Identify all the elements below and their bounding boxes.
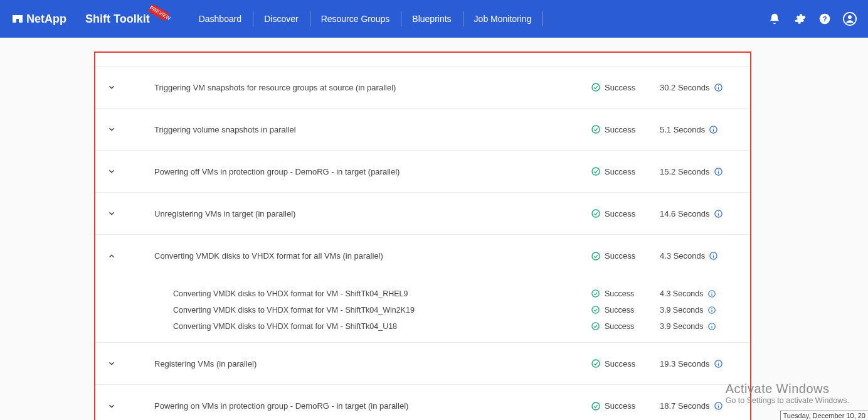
check-circle-icon	[591, 82, 601, 92]
duration-text: 4.3 Seconds	[660, 289, 704, 298]
table-row[interactable]: Triggering volume snapshots in parallel …	[95, 109, 750, 151]
status-text: Success	[605, 322, 634, 331]
substep-label: Converting VMDK disks to VHDX format for…	[118, 322, 591, 331]
primary-nav: Dashboard Discover Resource Groups Bluep…	[188, 0, 543, 38]
nav-resource-groups[interactable]: Resource Groups	[310, 0, 401, 38]
company-name: NetApp	[26, 13, 66, 26]
system-clock-tooltip: Tuesday, December 10, 20	[780, 411, 868, 420]
chevron-down-icon[interactable]	[105, 359, 118, 368]
nav-label: Dashboard	[199, 14, 242, 24]
app-title: Shift Toolkit	[85, 13, 150, 26]
info-icon[interactable]	[714, 209, 723, 218]
svg-point-22	[717, 212, 718, 212]
svg-point-19	[592, 210, 600, 217]
info-icon[interactable]	[714, 359, 723, 369]
step-duration: 30.2 Seconds	[660, 83, 741, 92]
table-row[interactable]: Registering VMs (in parallel) Success 19…	[95, 343, 750, 385]
nav-dashboard[interactable]: Dashboard	[188, 0, 253, 38]
step-status: Success	[591, 124, 660, 134]
help-icon[interactable]: ?	[818, 12, 832, 26]
info-icon[interactable]	[707, 322, 717, 331]
preview-badge: PREVIEW	[147, 4, 169, 21]
chevron-down-icon[interactable]	[105, 209, 118, 218]
chevron-down-icon[interactable]	[105, 83, 118, 92]
status-text: Success	[605, 401, 635, 411]
top-right-icons: ?	[768, 12, 857, 26]
check-circle-icon	[591, 401, 601, 411]
step-status: Success	[591, 82, 660, 92]
check-circle-icon	[591, 251, 601, 261]
step-status: Success	[591, 358, 660, 369]
nav-label: Job Monitoring	[474, 14, 532, 24]
substep-status: Success	[591, 305, 660, 315]
check-circle-icon	[591, 321, 601, 331]
table-row[interactable]: Powering off VMs in protection group - D…	[95, 151, 750, 193]
info-icon[interactable]	[707, 306, 717, 315]
svg-point-23	[592, 252, 600, 260]
status-text: Success	[605, 167, 635, 176]
step-status: Success	[591, 251, 660, 261]
info-icon[interactable]	[709, 125, 718, 134]
nav-label: Resource Groups	[321, 14, 390, 24]
svg-point-43	[592, 402, 600, 410]
check-circle-icon	[591, 358, 601, 369]
chevron-down-icon[interactable]	[105, 402, 118, 411]
status-text: Success	[605, 359, 635, 369]
duration-text: 15.2 Seconds	[660, 167, 710, 176]
content-area: Triggering VM snapshots for resource gro…	[0, 38, 868, 420]
svg-point-35	[592, 323, 599, 330]
table-row[interactable]: Unregistering VMs in target (in parallel…	[95, 193, 750, 235]
job-steps-panel: Triggering VM snapshots for resource gro…	[94, 51, 751, 420]
table-row[interactable]: Converting VMDK disks to VHDX format for…	[95, 235, 750, 277]
nav-blueprints[interactable]: Blueprints	[401, 0, 462, 38]
chevron-down-icon[interactable]	[105, 167, 118, 176]
chevron-up-icon[interactable]	[105, 252, 118, 261]
svg-point-42	[717, 362, 718, 362]
svg-point-34	[711, 308, 712, 308]
bell-icon[interactable]	[768, 12, 781, 26]
step-status: Success	[591, 208, 660, 218]
step-label: Triggering volume snapshots in parallel	[118, 125, 591, 134]
svg-point-31	[592, 306, 599, 313]
table-row	[95, 53, 750, 67]
substep-label: Converting VMDK disks to VHDX format for…	[118, 306, 591, 315]
svg-point-7	[592, 83, 600, 91]
step-label: Powering on VMs in protection group - De…	[118, 401, 591, 411]
info-icon[interactable]	[714, 401, 723, 411]
info-icon[interactable]	[714, 83, 723, 92]
svg-rect-2	[16, 15, 19, 19]
duration-text: 19.3 Seconds	[660, 359, 710, 369]
step-duration: 15.2 Seconds	[660, 167, 741, 176]
nav-discover[interactable]: Discover	[253, 0, 309, 38]
nav-job-monitoring[interactable]: Job Monitoring	[463, 0, 543, 38]
table-row[interactable]: Triggering VM snapshots for resource gro…	[95, 67, 750, 109]
sub-step-group: Converting VMDK disks to VHDX format for…	[95, 277, 750, 343]
svg-point-39	[592, 360, 600, 367]
duration-text: 18.7 Seconds	[660, 401, 710, 411]
table-row: Converting VMDK disks to VHDX format for…	[95, 318, 750, 335]
svg-text:?: ?	[822, 14, 827, 23]
svg-point-27	[592, 290, 599, 297]
duration-text: 3.9 Seconds	[660, 306, 704, 315]
svg-point-46	[717, 404, 718, 404]
svg-rect-1	[19, 15, 23, 23]
chevron-down-icon[interactable]	[105, 125, 118, 134]
svg-point-14	[713, 127, 714, 128]
step-label: Triggering VM snapshots for resource gro…	[118, 83, 591, 92]
step-duration: 18.7 Seconds	[660, 401, 741, 411]
check-circle-icon	[591, 166, 601, 176]
gear-icon[interactable]	[793, 12, 807, 26]
step-label: Unregistering VMs in target (in parallel…	[118, 209, 591, 218]
info-icon[interactable]	[714, 167, 723, 176]
nav-label: Discover	[264, 14, 298, 24]
svg-point-18	[717, 170, 718, 170]
svg-point-11	[592, 126, 600, 133]
info-icon[interactable]	[709, 251, 718, 261]
check-circle-icon	[591, 305, 601, 315]
check-circle-icon	[591, 289, 601, 299]
svg-point-10	[717, 85, 718, 86]
table-row[interactable]: Powering on VMs in protection group - De…	[95, 385, 750, 420]
info-icon[interactable]	[707, 289, 717, 299]
user-icon[interactable]	[843, 12, 857, 26]
step-duration: 4.3 Seconds	[660, 251, 741, 261]
